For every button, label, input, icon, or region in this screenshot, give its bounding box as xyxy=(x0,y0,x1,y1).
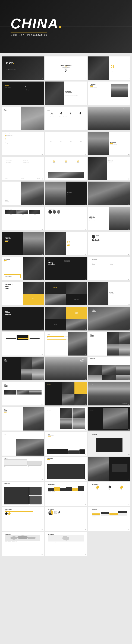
slide-24[interactable]: Meet the team John Doe Designer Lorem ip… xyxy=(88,232,130,255)
slide-20[interactable]: Our Great Team 20 xyxy=(45,206,87,230)
slide-11[interactable]: 2010Event 1 2012Event 2 2014Event 3 2016… xyxy=(45,132,87,155)
svg-point-0 xyxy=(10,536,17,540)
slide-48[interactable]: Device Mockup 48 xyxy=(88,432,130,456)
slide-37[interactable]: OURSPECIALPORTFO 37 xyxy=(2,357,44,380)
slide-54[interactable]: INFOGRAPHICS 70% 45% 85% xyxy=(88,482,130,506)
slide-32[interactable]: OURGREATSERVICE Lorem ipsum 32 xyxy=(45,307,87,330)
slide-58[interactable]: INFOGRAPHICS Region A: 40% Region B: 35%… xyxy=(2,532,44,556)
slide-52[interactable]: Our Mockup Device 52 xyxy=(2,482,44,506)
slide-3[interactable]: 01 Our Welcome Message Lorem ipsum dolor… xyxy=(88,56,130,80)
slide-21[interactable]: WE ARECREATIVETEAM Lorem ipsum dolor sit… xyxy=(88,206,130,230)
slide-42[interactable]: OurGreat Collab Lorem ipsum dolor 42 xyxy=(88,382,130,406)
slide-28[interactable]: EXAMPLETEXTHERE OURGREAT SERVICE 28 xyxy=(2,282,44,306)
slide-7[interactable]: OurCompanyProfile 7 xyxy=(2,106,44,130)
svg-point-3 xyxy=(66,538,66,539)
hero-title-text: CHINA xyxy=(10,16,59,32)
slide-55[interactable]: INFOGRAPHICS Stat 1 Lorem ipsum data 55 xyxy=(2,507,44,531)
slide-13[interactable]: What do We do Service item one text here… xyxy=(2,157,44,180)
slide-4[interactable]: CHINA. Your Best Presentation 02 Our Wel… xyxy=(2,82,44,105)
slide-10[interactable]: Sample No. 1 Lorem ipsum dolor sit amet … xyxy=(2,132,44,155)
slide-9[interactable]: Company Timeline 9 xyxy=(88,106,130,130)
slide-57[interactable]: INFOGRAPHICS Data visualization 57 xyxy=(88,507,130,531)
slides-container: CHINA. Your Best Presentation 1 Welcome … xyxy=(0,53,132,559)
slide-36[interactable]: OURSPECIALPORTFO 36 xyxy=(88,332,130,356)
slide-59[interactable]: INFOGRAPHICS Map data visualization lore… xyxy=(45,532,87,556)
hero-title: CHINA. xyxy=(10,16,63,31)
slide-29[interactable]: Sample No 1 Lorem ipsum 29 xyxy=(45,282,87,306)
slide-39[interactable]: Portfolio Grid 39 xyxy=(88,357,130,380)
slide-1[interactable]: CHINA. Your Best Presentation 1 xyxy=(2,56,44,80)
slide-33[interactable]: OURGREATSERVICE 33 xyxy=(88,307,130,330)
slide-50[interactable]: Our Mockup Demo 50 xyxy=(45,457,87,480)
slide-56[interactable]: INFOGRAPHICS ■ 40% Label A ■ 30% Label B… xyxy=(45,507,87,531)
slide-2[interactable]: Welcome Message Lorem ipsum dolor sit am… xyxy=(45,56,87,80)
slide-31[interactable]: OURGREATSERVICE 31 xyxy=(2,307,44,330)
slide-47[interactable]: OurDevice Mockup 47 xyxy=(45,432,87,456)
slide-26[interactable]: Our GreatService Lorem ipsum dolor sit a… xyxy=(45,257,87,280)
slide-25[interactable]: Meet Our Designer NamePositionLorem ipsu… xyxy=(2,257,44,280)
slide-6[interactable]: The CompanyProfile Lorem ipsum dolor sit… xyxy=(88,82,130,105)
slide-16[interactable]: Our Mission Sample No 1Lorem ipsum textS… xyxy=(2,182,44,205)
slide-53[interactable]: INFOGRAPHICS Lorem ipsum statistics data… xyxy=(45,482,87,506)
slide-15[interactable]: Why call us • Reason one text here• Reas… xyxy=(88,157,130,180)
hero-subtitle: Your Best Presentation xyxy=(10,32,47,36)
slide-40[interactable]: OURSPECIALPORTFO 40 xyxy=(2,382,44,406)
slide-49[interactable]: Our Devices LaptopLorem ipsum TabletLore… xyxy=(2,457,44,480)
slide-14[interactable]: What do We do ★Service 1 ◆Service 2 ●Ser… xyxy=(45,157,87,180)
hero-section: CHINA. Your Best Presentation xyxy=(0,0,132,53)
slide-17[interactable]: Our Mission Lorem ipsum dolorsit amet co… xyxy=(45,182,87,205)
svg-point-2 xyxy=(27,537,36,539)
slide-12[interactable]: End Timeline Lorem ipsum dolor sit amet … xyxy=(88,132,130,155)
slide-19[interactable]: Our Great Team Name 1Position Name 2Posi… xyxy=(2,206,44,230)
slide-41[interactable]: Sample No 1 Sample No 2 41 xyxy=(45,382,87,406)
slide-51[interactable]: Our Mockup Demo 51 xyxy=(88,457,130,480)
slide-30[interactable]: Our Service • Service item one• Service … xyxy=(88,282,130,306)
slide-35[interactable]: Loading... Skill 1 Skill 2 Skill 3 35 xyxy=(45,332,87,356)
hero-dot: . xyxy=(59,16,63,32)
slide-45[interactable]: OURSPECIALPORTFO 45 xyxy=(88,407,130,430)
slide-43[interactable]: OURSPECIALPORTFO Sample No 1Lorem ipsum … xyxy=(2,407,44,430)
slide-27[interactable]: Our Service ◆Service One ◆Service Two ◆S… xyxy=(88,257,130,280)
slide-5[interactable]: Our WelcomeCompany Profile Lorem ipsum d… xyxy=(45,82,87,105)
slide-44[interactable]: OURSPECIALGALLERY 44 xyxy=(45,407,87,430)
slide-22[interactable]: WE ARECREATIVETEAM 22 xyxy=(2,232,44,255)
slide-8[interactable]: Our awards 1Award One 2Award Two 3Award … xyxy=(45,106,87,130)
svg-point-1 xyxy=(17,536,28,540)
slide-38[interactable]: OURSPECIALPORTFO 38 xyxy=(45,357,87,380)
slide-23[interactable]: We areCreativeTeam 23 xyxy=(45,232,87,255)
slide-18[interactable]: Our Team Lorem ipsum dolor sit 18 xyxy=(88,182,130,205)
slide-46[interactable]: OUREXAMPLEHERE 46 xyxy=(2,432,44,456)
slide-34[interactable]: Price Table Basic $10 /mo Select Profess… xyxy=(2,332,44,356)
